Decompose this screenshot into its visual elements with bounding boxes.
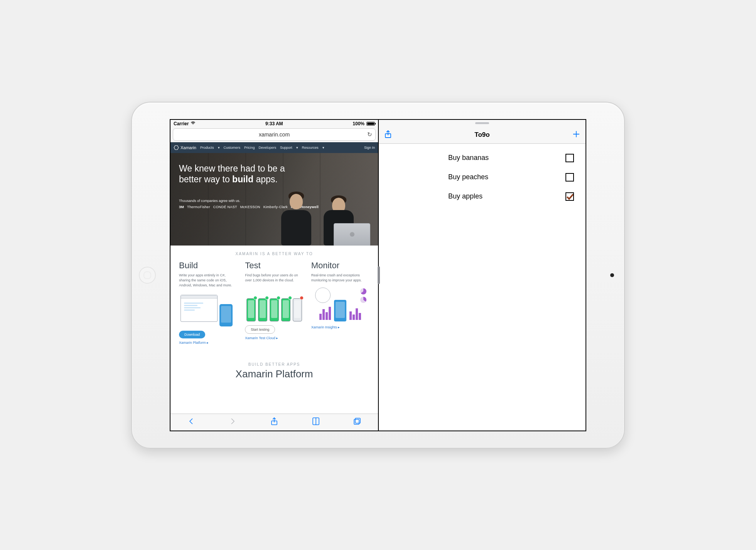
col-heading: Monitor [311, 261, 370, 271]
home-button[interactable] [139, 267, 156, 284]
todo-row[interactable]: Buy bananas [390, 148, 575, 168]
camera-dot [610, 273, 614, 277]
tabs-button[interactable] [353, 417, 362, 427]
nav-item[interactable]: Products [200, 146, 214, 150]
bookmarks-button[interactable] [311, 417, 321, 427]
monitor-illustration [311, 288, 370, 321]
safari-toolbar [170, 414, 378, 431]
checkbox-unchecked-icon[interactable] [565, 154, 574, 162]
hero-illustration [266, 184, 374, 246]
platform-heading: Xamarin Platform [170, 368, 378, 380]
insights-link[interactable]: Xamarin Insights ▸ [311, 325, 370, 329]
battery-pct: 100% [353, 121, 364, 126]
forward-button[interactable] [228, 417, 237, 427]
col-desc: Find bugs before your users do on over 1… [245, 273, 303, 283]
nav-item[interactable]: Developers [259, 146, 277, 150]
nav-item[interactable]: Customers [224, 146, 241, 150]
brand-logo[interactable]: Xamarin [174, 145, 196, 150]
status-bar: Carrier 9:33 AM 100% [170, 120, 378, 128]
start-testing-button[interactable]: Start testing [245, 325, 275, 334]
carrier-label: Carrier [174, 121, 189, 126]
nav-item[interactable]: Pricing [244, 146, 255, 150]
build-illustration [179, 293, 237, 326]
add-button[interactable] [572, 130, 581, 140]
split-view-handle[interactable] [378, 266, 380, 284]
site-nav: Xamarin Products▾ Customers Pricing Deve… [170, 142, 378, 153]
wifi-icon [191, 121, 196, 127]
platform-tag: BUILD BETTER APPS [170, 362, 378, 367]
col-build: Build Write your apps entirely in C#, sh… [177, 261, 240, 345]
col-desc: Real-time crash and exceptions monitorin… [311, 273, 370, 283]
nav-item[interactable]: Support [280, 146, 292, 150]
address-bar[interactable]: xamarin.com ↻ [173, 128, 376, 141]
battery-icon [366, 122, 375, 126]
col-desc: Write your apps entirely in C#, sharing … [179, 273, 237, 288]
test-illustration [245, 288, 303, 321]
hero-heading: We knew there had to be a better way to … [179, 163, 370, 185]
todo-header: To9o [379, 127, 586, 144]
col-heading: Test [245, 261, 303, 271]
ipad-frame: Carrier 9:33 AM 100% xamarin.com ↻ [131, 102, 625, 449]
download-button[interactable]: Download [179, 331, 205, 338]
svg-rect-3 [355, 418, 360, 423]
hero: We knew there had to be a better way to … [170, 153, 378, 246]
webpage[interactable]: Xamarin Products▾ Customers Pricing Deve… [170, 142, 378, 414]
checkbox-checked-icon[interactable] [565, 192, 574, 201]
share-button[interactable] [383, 130, 393, 140]
safari-pane: Carrier 9:33 AM 100% xamarin.com ↻ [170, 120, 379, 431]
col-test: Test Find bugs before your users do on o… [243, 261, 305, 345]
clock-label: 9:33 AM [265, 121, 283, 126]
todo-label: Buy peaches [390, 173, 565, 181]
testcloud-link[interactable]: Xamarin Test Cloud ▸ [245, 336, 303, 340]
app-title: To9o [474, 131, 489, 139]
feature-columns: Build Write your apps entirely in C#, sh… [170, 261, 378, 348]
signin-link[interactable]: Sign In [364, 146, 375, 150]
screen: Carrier 9:33 AM 100% xamarin.com ↻ [170, 119, 586, 431]
todo-pane: To9o Buy bananas Buy peaches Buy apples [379, 120, 586, 431]
reload-icon[interactable]: ↻ [367, 131, 372, 138]
svg-marker-0 [174, 145, 179, 150]
col-monitor: Monitor Real-time crash and exceptions m… [309, 261, 372, 345]
slideover-handle[interactable] [379, 120, 586, 127]
back-button[interactable] [187, 417, 196, 427]
svg-rect-2 [354, 419, 359, 424]
tagline: XAMARIN IS A BETTER WAY TO [170, 246, 378, 261]
share-button[interactable] [270, 417, 279, 427]
nav-item[interactable]: Resources [302, 146, 319, 150]
url-text: xamarin.com [259, 131, 290, 138]
todo-row[interactable]: Buy apples [390, 187, 575, 206]
todo-label: Buy bananas [390, 154, 565, 162]
todo-label: Buy apples [390, 192, 565, 200]
todo-row[interactable]: Buy peaches [390, 168, 575, 187]
brand-text: Xamarin [181, 145, 196, 150]
platform-link[interactable]: Xamarin Platform ▸ [179, 341, 237, 345]
col-heading: Build [179, 261, 237, 271]
todo-list[interactable]: Buy bananas Buy peaches Buy apples [379, 144, 586, 431]
checkbox-unchecked-icon[interactable] [565, 173, 574, 182]
